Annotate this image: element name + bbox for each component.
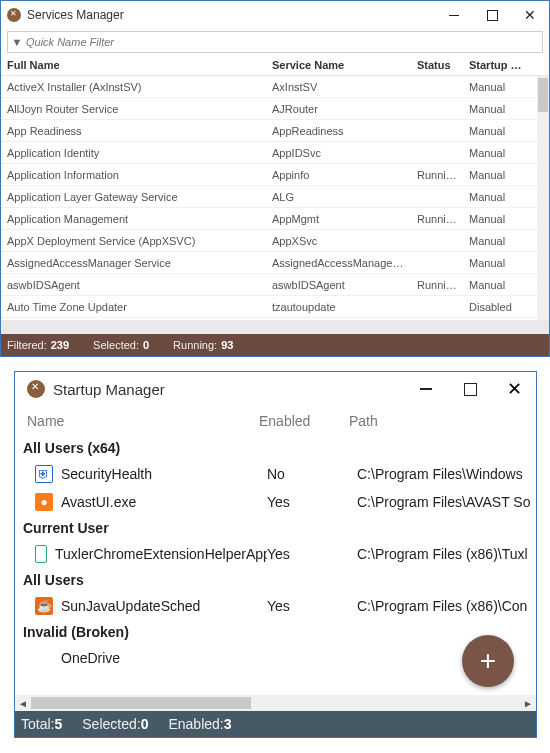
table-row[interactable]: Application InformationAppinfoRunningMan…: [1, 164, 549, 186]
cell-startup: Disabled: [463, 301, 533, 313]
table-row[interactable]: AssignedAccessManager ServiceAssignedAcc…: [1, 252, 549, 274]
selected-label: Selected:: [76, 716, 140, 732]
running-label: Running:: [167, 339, 217, 351]
add-button[interactable]: +: [462, 635, 514, 687]
cell-fullname: Auto Time Zone Updater: [1, 301, 266, 313]
cell-path: C:\Program Files (x86)\Tuxl: [357, 546, 536, 562]
scrollbar-thumb[interactable]: [31, 697, 251, 709]
titlebar[interactable]: Startup Manager ✕: [15, 372, 536, 406]
scrollbar-thumb[interactable]: [538, 78, 548, 112]
cell-servicename: Appinfo: [266, 169, 411, 181]
table-row[interactable]: AllJoyn Router ServiceAJRouterManual: [1, 98, 549, 120]
cell-startup: Manual: [463, 103, 533, 115]
vertical-scrollbar[interactable]: [537, 76, 549, 320]
list-item[interactable]: OneDrive: [15, 644, 536, 672]
filter-icon: ▼: [8, 36, 26, 48]
cell-path: C:\Program Files (x86)\Con: [357, 598, 536, 614]
section-header: All Users (x64): [15, 436, 536, 460]
table-row[interactable]: aswbIDSAgentaswbIDSAgentRunningManual: [1, 274, 549, 296]
col-servicename[interactable]: Service Name: [266, 59, 411, 71]
avast-icon: ●: [35, 493, 53, 511]
table-row[interactable]: AppX Deployment Service (AppXSVC)AppXSvc…: [1, 230, 549, 252]
cell-startup: Manual: [463, 169, 533, 181]
cell-name: ☕SunJavaUpdateSched: [35, 597, 267, 615]
status-bar: Total: 5 Selected: 0 Enabled: 3: [15, 711, 536, 737]
tux-icon: ◐: [35, 545, 47, 563]
cell-startup: Manual: [463, 235, 533, 247]
scroll-left-icon[interactable]: ◄: [15, 698, 31, 709]
filtered-value: 239: [51, 339, 83, 351]
cell-enabled: Yes: [267, 494, 357, 510]
list-item[interactable]: ⛨SecurityHealthNoC:\Program Files\Window…: [15, 460, 536, 488]
table-row[interactable]: Application Layer Gateway ServiceALGManu…: [1, 186, 549, 208]
table-row[interactable]: Application ManagementAppMgmtRunningManu…: [1, 208, 549, 230]
cell-servicename: AJRouter: [266, 103, 411, 115]
filter-row: ▼: [7, 31, 543, 53]
cell-servicename: AppReadiness: [266, 125, 411, 137]
cell-enabled: Yes: [267, 546, 357, 562]
list-item[interactable]: ◐TuxlerChromeExtensionHelperAppYesC:\Pro…: [15, 540, 536, 568]
close-button[interactable]: ✕: [492, 372, 536, 406]
section-header: Invalid (Broken): [15, 620, 536, 644]
cell-name: ⛨SecurityHealth: [35, 465, 267, 483]
cell-startup: Manual: [463, 279, 533, 291]
cell-fullname: Application Identity: [1, 147, 266, 159]
app-icon: [7, 8, 21, 22]
scroll-right-icon[interactable]: ►: [520, 698, 536, 709]
list-item[interactable]: ●AvastUI.exeYesC:\Program Files\AVAST So: [15, 488, 536, 516]
cell-fullname: Application Information: [1, 169, 266, 181]
cell-fullname: AllJoyn Router Service: [1, 103, 266, 115]
table-row[interactable]: Application IdentityAppIDSvcManual: [1, 142, 549, 164]
scroll-track[interactable]: [31, 695, 520, 711]
cell-servicename: AppMgmt: [266, 213, 411, 225]
cell-servicename: AppIDSvc: [266, 147, 411, 159]
table-row[interactable]: App ReadinessAppReadinessManual: [1, 120, 549, 142]
minimize-button[interactable]: [404, 372, 448, 406]
cell-startup: Manual: [463, 257, 533, 269]
cell-startup: Manual: [463, 147, 533, 159]
cell-status: Running: [411, 279, 463, 291]
cell-status: Running: [411, 213, 463, 225]
app-icon: [27, 380, 45, 398]
cell-startup: Manual: [463, 191, 533, 203]
list-item[interactable]: ☕SunJavaUpdateSchedYesC:\Program Files (…: [15, 592, 536, 620]
enabled-label: Enabled:: [162, 716, 223, 732]
cell-servicename: AppXSvc: [266, 235, 411, 247]
table-row[interactable]: Avast Antivirusavast! AntivirusRunningAu…: [1, 318, 549, 320]
selected-value: 0: [141, 716, 163, 732]
col-path[interactable]: Path: [349, 413, 524, 429]
cell-name: ◐TuxlerChromeExtensionHelperApp: [35, 545, 267, 563]
maximize-button[interactable]: [448, 372, 492, 406]
cell-servicename: ALG: [266, 191, 411, 203]
cell-fullname: AppX Deployment Service (AppXSVC): [1, 235, 266, 247]
col-name[interactable]: Name: [27, 413, 259, 429]
col-enabled[interactable]: Enabled: [259, 413, 349, 429]
cell-servicename: tzautoupdate: [266, 301, 411, 313]
cell-path: C:\Program Files\AVAST So: [357, 494, 536, 510]
running-value: 93: [221, 339, 247, 351]
cell-status: Running: [411, 169, 463, 181]
col-status[interactable]: Status: [411, 59, 463, 71]
total-label: Total:: [15, 716, 54, 732]
cell-servicename: aswbIDSAgent: [266, 279, 411, 291]
maximize-button[interactable]: [473, 1, 511, 29]
startup-manager-window: Startup Manager ✕ Name Enabled Path All …: [14, 371, 537, 738]
minimize-button[interactable]: [435, 1, 473, 29]
window-title: Services Manager: [27, 8, 435, 22]
table-row[interactable]: Auto Time Zone UpdatertzautoupdateDisabl…: [1, 296, 549, 318]
services-manager-window: Services Manager ✕ ▼ Full Name Service N…: [0, 0, 550, 357]
cell-startup: Manual: [463, 213, 533, 225]
section-header: All Users: [15, 568, 536, 592]
java-icon: ☕: [35, 597, 53, 615]
cell-name: OneDrive: [35, 650, 267, 666]
cell-servicename: AxInstSV: [266, 81, 411, 93]
cell-path: C:\Program Files\Windows: [357, 466, 536, 482]
titlebar[interactable]: Services Manager ✕: [1, 1, 549, 29]
table-row[interactable]: ActiveX Installer (AxInstSV)AxInstSVManu…: [1, 76, 549, 98]
filter-input[interactable]: [26, 36, 542, 48]
cell-name: ●AvastUI.exe: [35, 493, 267, 511]
horizontal-scrollbar[interactable]: ◄ ►: [15, 695, 536, 711]
close-button[interactable]: ✕: [511, 1, 549, 29]
col-fullname[interactable]: Full Name: [1, 59, 266, 71]
col-startup[interactable]: Startup Type: [463, 59, 533, 71]
